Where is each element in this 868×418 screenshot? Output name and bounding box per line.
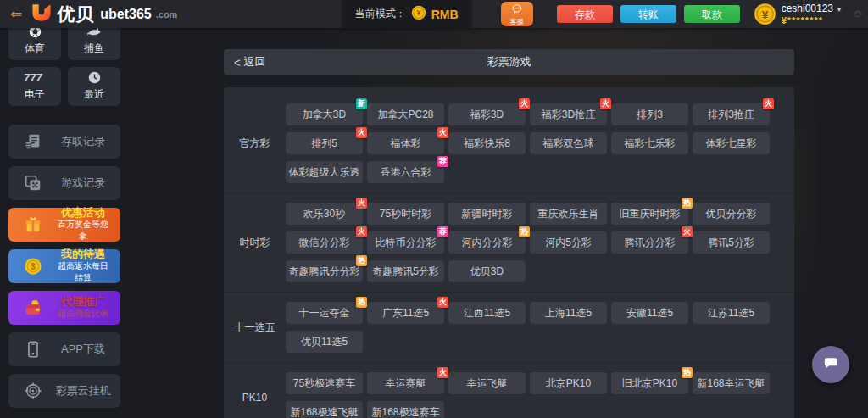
game-button-优贝分分彩[interactable]: 优贝分分彩 (693, 203, 770, 225)
game-button-优贝11选5[interactable]: 优贝11选5 (286, 331, 363, 353)
game-button-幸运赛艇[interactable]: 幸运赛艇火 (367, 372, 444, 394)
live-chat-button[interactable] (812, 346, 849, 383)
balance-coin-icon: ¥ (754, 3, 776, 25)
game-label: 体彩七星彩 (706, 137, 757, 151)
top-header: ⇐ 优贝 ubet365 .com 当前模式： ¥ RMB 客服 存款 转账 取… (0, 0, 868, 28)
currency-mode-selector[interactable]: 当前模式： ¥ RMB (342, 0, 472, 28)
game-button-微信分分彩[interactable]: 微信分分彩火 (286, 231, 363, 254)
game-grid: 75秒极速赛车幸运赛艇火幸运飞艇北京PK10旧北京PK10热新168幸运飞艇新1… (286, 372, 782, 418)
game-button-加拿大PC28[interactable]: 加拿大PC28 (367, 103, 444, 125)
sidebar-item-游戏记录[interactable]: 游戏记录 (8, 166, 120, 200)
game-button-香港六合彩[interactable]: 香港六合彩荐 (367, 161, 444, 183)
game-button-旧重庆时时彩[interactable]: 旧重庆时时彩热 (611, 203, 688, 225)
sidebar-item-优惠活动[interactable]: 优惠活动百万奖金等您拿 (8, 208, 120, 242)
sidebar-item-label: 代理推广 (54, 296, 112, 308)
service-label: 客服 (510, 18, 524, 25)
game-button-河内5分彩[interactable]: 河内5分彩 (530, 231, 607, 254)
game-button-体彩七星彩[interactable]: 体彩七星彩 (693, 132, 770, 154)
category-label: PK10 (224, 392, 286, 404)
customer-service-button[interactable]: 客服 (501, 2, 533, 26)
badge-fire-icon: 火 (356, 198, 367, 209)
sidebar-tile-电子[interactable]: 777电子 (8, 67, 61, 106)
lottery-topbar: < 返回 彩票游戏 (224, 49, 794, 75)
game-label: 福彩七乐彩 (625, 137, 676, 151)
game-label: 旧北京PK10 (622, 376, 677, 391)
game-button-排列3抢庄[interactable]: 排列3抢庄火 (693, 103, 770, 125)
brand-tld: .com (156, 9, 178, 20)
game-button-旧北京PK10[interactable]: 旧北京PK10热 (611, 372, 688, 394)
game-label: 腾讯分分彩 (625, 236, 676, 250)
sidebar-item-我的待遇[interactable]: $我的待遇超高返水每日结算 (8, 249, 120, 283)
sidebar-item-彩票云挂机[interactable]: 彩票云挂机 (8, 374, 120, 408)
game-button-福彩七乐彩[interactable]: 福彩七乐彩 (611, 132, 688, 154)
sidebar-item-subtitle: 超高佣金比例 (54, 308, 112, 320)
game-label: 新168极速飞艇 (290, 405, 358, 418)
sidebar-item-label: APP下载 (54, 343, 112, 355)
game-button-幸运飞艇[interactable]: 幸运飞艇 (448, 372, 526, 394)
game-label: 广东11选5 (382, 306, 429, 320)
brand-logo[interactable]: 优贝 ubet365 .com (31, 3, 177, 26)
collapse-sidebar-icon[interactable]: ⇐ (0, 0, 31, 28)
badge-fire-icon: 火 (600, 98, 611, 109)
deposit-button[interactable]: 存款 (557, 5, 613, 23)
game-label: 优贝11选5 (301, 335, 348, 349)
back-button[interactable]: < 返回 (224, 54, 266, 70)
game-button-福彩双色球[interactable]: 福彩双色球 (530, 132, 607, 154)
game-button-河内分分彩[interactable]: 河内分分彩热 (448, 231, 526, 254)
game-button-欢乐30秒[interactable]: 欢乐30秒火 (286, 203, 363, 225)
badge-fire-icon: 火 (437, 297, 448, 308)
game-button-北京PK10[interactable]: 北京PK10 (530, 372, 607, 394)
game-label: 河内分分彩 (462, 236, 513, 250)
game-button-福彩3D[interactable]: 福彩3D火 (448, 103, 526, 125)
game-button-重庆欢乐生肖[interactable]: 重庆欢乐生肖 (530, 203, 607, 225)
game-button-福彩3D抢庄[interactable]: 福彩3D抢庄火 (530, 103, 607, 125)
brand-name-en: ubet365 (100, 7, 151, 22)
game-button-排列3[interactable]: 排列3 (611, 103, 688, 125)
game-button-上海11选5[interactable]: 上海11选5 (530, 302, 607, 324)
refresh-balance-icon[interactable]: ⟳ (854, 8, 863, 20)
badge-fire-icon: 火 (682, 226, 693, 237)
sidebar-item-存取记录[interactable]: 存取记录 (8, 125, 120, 159)
game-button-腾讯分分彩[interactable]: 腾讯分分彩火 (611, 231, 688, 254)
sidebar-tile-grid: 体育捕鱼777电子最近 (0, 21, 129, 106)
game-button-福体彩[interactable]: 福体彩火 (367, 132, 444, 154)
game-label: 福彩快乐8 (464, 137, 510, 151)
logo-u-icon (31, 3, 53, 26)
username-dropdown[interactable]: ceshi00123▼ (782, 3, 843, 15)
badge-hot-icon: 热 (356, 297, 367, 308)
game-button-十一运夺金[interactable]: 十一运夺金热 (286, 302, 363, 324)
tile-label: 最近 (84, 87, 104, 102)
game-button-奇趣腾讯5分彩[interactable]: 奇趣腾讯5分彩 (367, 260, 444, 282)
game-button-新168幸运飞艇[interactable]: 新168幸运飞艇 (693, 372, 770, 394)
game-button-比特币分分彩[interactable]: 比特币分分彩荐 (367, 231, 444, 254)
sidebar-item-代理推广[interactable]: 代理推广超高佣金比例 (8, 291, 120, 325)
sidebar-tile-最近[interactable]: 最近 (68, 67, 120, 106)
game-label: 欢乐30秒 (303, 207, 345, 221)
game-button-新168极速赛车[interactable]: 新168极速赛车 (367, 401, 444, 418)
game-button-75秒时时彩[interactable]: 75秒时时彩 (367, 203, 444, 225)
category-label: 官方彩 (224, 137, 286, 151)
game-button-新疆时时彩[interactable]: 新疆时时彩 (448, 203, 526, 225)
game-label: 排列3 (637, 108, 663, 122)
game-button-广东11选5[interactable]: 广东11选5火 (367, 302, 444, 324)
badge-hot-icon: 热 (519, 226, 530, 237)
chevron-left-icon: < (234, 54, 241, 69)
game-label: 旧重庆时时彩 (620, 207, 681, 221)
game-button-奇趣腾讯分分彩[interactable]: 奇趣腾讯分分彩热 (286, 260, 363, 282)
game-button-加拿大3D[interactable]: 加拿大3D新 (286, 103, 363, 125)
game-button-安徽11选5[interactable]: 安徽11选5 (611, 302, 688, 324)
game-button-福彩快乐8[interactable]: 福彩快乐8 (448, 132, 526, 154)
game-button-江苏11选5[interactable]: 江苏11选5 (693, 302, 770, 324)
game-button-江西11选5[interactable]: 江西11选5 (448, 302, 526, 324)
game-button-75秒极速赛车[interactable]: 75秒极速赛车 (286, 372, 363, 394)
game-grid: 加拿大3D新加拿大PC28福彩3D火福彩3D抢庄火排列3排列3抢庄火排列5火福体… (286, 103, 782, 183)
transfer-button[interactable]: 转账 (620, 5, 676, 23)
game-button-优贝3D[interactable]: 优贝3D (448, 260, 526, 282)
game-grid: 欢乐30秒火75秒时时彩新疆时时彩重庆欢乐生肖旧重庆时时彩热优贝分分彩微信分分彩… (286, 203, 782, 282)
game-button-腾讯5分彩[interactable]: 腾讯5分彩 (693, 231, 770, 254)
sidebar-item-APP下载[interactable]: APP下载 (8, 332, 120, 366)
game-button-体彩超级大乐透[interactable]: 体彩超级大乐透 (286, 161, 363, 183)
withdraw-button[interactable]: 取款 (684, 5, 740, 23)
game-button-新168极速飞艇[interactable]: 新168极速飞艇 (286, 401, 363, 418)
game-button-排列5[interactable]: 排列5火 (286, 132, 363, 154)
